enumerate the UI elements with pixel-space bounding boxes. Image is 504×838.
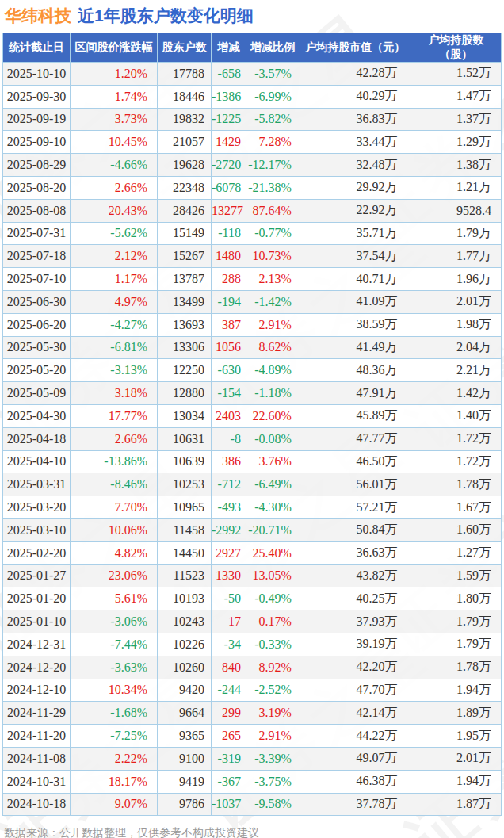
cell-date: 2025-05-09 [3, 382, 71, 405]
cell-holders: 9100 [157, 747, 211, 770]
cell-change: -493 [211, 496, 246, 519]
cell-change: -1386 [211, 85, 246, 108]
table-row: 2025-06-20-4.27%136933872.91%38.59万1.98万 [3, 313, 502, 336]
cell-change-ratio: -4.30% [246, 496, 300, 519]
table-row: 2025-07-101.17%137872882.13%40.71万1.96万 [3, 268, 502, 291]
cell-date: 2024-11-20 [3, 725, 71, 748]
cell-date: 2025-01-10 [3, 610, 71, 633]
cell-avg-shares: 1.38万 [410, 154, 502, 177]
cell-date: 2025-09-10 [3, 131, 71, 154]
cell-date: 2024-11-29 [3, 702, 71, 725]
column-header-date: 统计截止日 [3, 33, 71, 63]
cell-avg-market-value: 57.21万 [300, 496, 410, 519]
cell-avg-shares: 1.47万 [410, 85, 502, 108]
table-header: 统计截止日区间股价涨跌幅股东户数增减增减比例户均持股市值（元）户均持股数（股） [3, 33, 502, 63]
cell-price-change: 18.17% [70, 770, 157, 793]
table-row: 2025-03-207.70%10965-493-4.30%57.21万1.67… [3, 496, 502, 519]
cell-change: -2992 [211, 518, 246, 541]
cell-date: 2024-12-20 [3, 656, 71, 679]
cell-date: 2025-07-31 [3, 222, 71, 245]
cell-holders: 18446 [157, 85, 211, 108]
cell-date: 2025-08-29 [3, 154, 71, 177]
cell-avg-market-value: 40.25万 [300, 587, 410, 610]
cell-change: -50 [211, 587, 246, 610]
column-header-change-ratio: 增减比例 [246, 33, 300, 63]
cell-price-change: 2.66% [70, 176, 157, 199]
cell-change: -630 [211, 359, 246, 382]
cell-avg-shares: 1.37万 [410, 108, 502, 131]
cell-holders: 11523 [157, 564, 211, 587]
cell-change: -319 [211, 747, 246, 770]
table-row: 2024-10-3118.17%9419-367-3.75%46.38万1.94… [3, 770, 502, 793]
cell-price-change: 10.45% [70, 131, 157, 154]
cell-change: -244 [211, 679, 246, 702]
cell-change-ratio: 13.05% [246, 564, 300, 587]
cell-change-ratio: 7.28% [246, 131, 300, 154]
table-row: 2025-01-2723.06%11523133013.05%43.82万1.5… [3, 564, 502, 587]
cell-change-ratio: 22.60% [246, 404, 300, 427]
table-row: 2024-12-20-3.63%102608408.92%42.20万1.78万 [3, 656, 502, 679]
cell-avg-shares: 1.40万 [410, 404, 502, 427]
cell-price-change: -4.27% [70, 313, 157, 336]
cell-avg-market-value: 32.48万 [300, 154, 410, 177]
cell-date: 2025-03-20 [3, 496, 71, 519]
cell-price-change: 9.07% [70, 793, 157, 816]
cell-price-change: -8.46% [70, 473, 157, 496]
cell-change-ratio: -0.08% [246, 427, 300, 450]
cell-date: 2024-11-08 [3, 747, 71, 770]
cell-date: 2024-12-31 [3, 633, 71, 656]
shareholder-table: 统计截止日区间股价涨跌幅股东户数增减增减比例户均持股市值（元）户均持股数（股） … [2, 33, 502, 816]
cell-date: 2024-10-18 [3, 793, 71, 816]
cell-change-ratio: 25.40% [246, 541, 300, 564]
cell-price-change: -3.63% [70, 656, 157, 679]
table-row: 2025-10-101.20%17788-658-3.57%42.28万1.52… [3, 63, 502, 86]
cell-avg-shares: 1.80万 [410, 587, 502, 610]
cell-holders: 10965 [157, 496, 211, 519]
cell-change-ratio: 87.64% [246, 199, 300, 222]
cell-change: -8 [211, 427, 246, 450]
table-row: 2025-04-10-13.86%106393863.76%46.50万1.72… [3, 450, 502, 473]
cell-avg-market-value: 47.70万 [300, 679, 410, 702]
cell-avg-shares: 1.87万 [410, 793, 502, 816]
table-row: 2025-09-301.74%18446-1386-6.99%40.29万1.4… [3, 85, 502, 108]
column-header-avg-shares: 户均持股数（股） [410, 33, 502, 63]
cell-change-ratio: 2.91% [246, 725, 300, 748]
cell-holders: 9420 [157, 679, 211, 702]
cell-avg-shares: 1.94万 [410, 679, 502, 702]
cell-price-change: -3.13% [70, 359, 157, 382]
cell-change: -118 [211, 222, 246, 245]
table-row: 2025-05-30-6.81%1330610568.62%41.49万2.04… [3, 336, 502, 359]
cell-price-change: -1.68% [70, 702, 157, 725]
cell-change-ratio: 0.17% [246, 610, 300, 633]
table-row: 2025-03-1010.06%11458-2992-20.71%50.84万1… [3, 518, 502, 541]
cell-date: 2025-07-10 [3, 268, 71, 291]
cell-change: 386 [211, 450, 246, 473]
cell-holders: 13306 [157, 336, 211, 359]
cell-avg-market-value: 41.49万 [300, 336, 410, 359]
cell-change-ratio: -3.57% [246, 63, 300, 86]
cell-avg-market-value: 50.84万 [300, 518, 410, 541]
cell-price-change: 23.06% [70, 564, 157, 587]
cell-price-change: -5.62% [70, 222, 157, 245]
cell-change-ratio: 2.13% [246, 268, 300, 291]
cell-change-ratio: -9.58% [246, 793, 300, 816]
cell-avg-shares: 2.01万 [410, 747, 502, 770]
cell-holders: 10193 [157, 587, 211, 610]
table-row: 2025-09-193.73%19832-1225-5.82%36.83万1.3… [3, 108, 502, 131]
cell-change: 13277 [211, 199, 246, 222]
table-row: 2025-05-20-3.13%12250-630-4.89%48.36万2.2… [3, 359, 502, 382]
cell-avg-shares: 2.01万 [410, 290, 502, 313]
cell-avg-market-value: 43.82万 [300, 564, 410, 587]
cell-date: 2025-04-10 [3, 450, 71, 473]
cell-holders: 9365 [157, 725, 211, 748]
cell-change: 840 [211, 656, 246, 679]
cell-holders: 10243 [157, 610, 211, 633]
cell-change-ratio: 2.91% [246, 313, 300, 336]
cell-avg-market-value: 41.09万 [300, 290, 410, 313]
cell-holders: 28426 [157, 199, 211, 222]
cell-avg-shares: 1.79万 [410, 222, 502, 245]
cell-date: 2025-10-10 [3, 63, 71, 86]
cell-price-change: -6.81% [70, 336, 157, 359]
cell-avg-market-value: 45.89万 [300, 404, 410, 427]
cell-avg-shares: 1.94万 [410, 770, 502, 793]
